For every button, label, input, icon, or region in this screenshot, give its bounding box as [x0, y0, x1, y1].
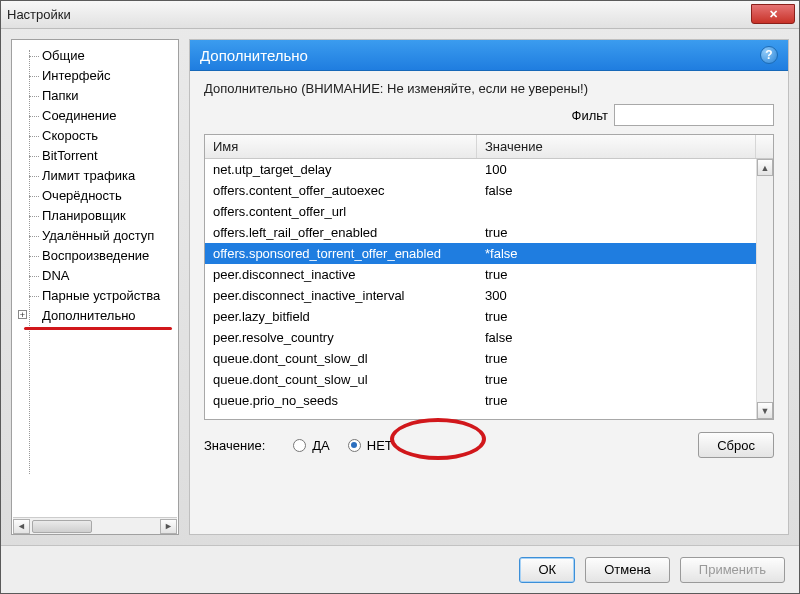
cell-value: true: [477, 225, 756, 240]
tree-item-label: BitTorrent: [42, 148, 98, 163]
tree-item-2[interactable]: Папки: [12, 86, 178, 106]
table-row[interactable]: queue.dont_count_slow_dltrue: [205, 348, 756, 369]
scroll-left-icon[interactable]: ◄: [13, 519, 30, 534]
content-area: ОбщиеИнтерфейсПапкиСоединениеСкоростьBit…: [1, 29, 799, 545]
col-value[interactable]: Значение: [477, 135, 756, 158]
cell-name: queue.prio_no_seeds: [205, 393, 477, 408]
radio-yes[interactable]: ДА: [293, 438, 329, 453]
cell-value: false: [477, 330, 756, 345]
tree-item-3[interactable]: Соединение: [12, 106, 178, 126]
cell-name: peer.resolve_country: [205, 330, 477, 345]
panel-body: Дополнительно (ВНИМАНИЕ: Не изменяйте, е…: [190, 71, 788, 534]
tree-item-label: Соединение: [42, 108, 117, 123]
cell-name: peer.disconnect_inactive: [205, 267, 477, 282]
value-editor-row: Значение: ДА НЕТ Сброс: [204, 428, 774, 458]
help-icon[interactable]: ?: [760, 46, 778, 64]
scrollbar-thumb[interactable]: [32, 520, 92, 533]
table-row[interactable]: net.utp_target_delay100: [205, 159, 756, 180]
settings-table: Имя Значение net.utp_target_delay100offe…: [204, 134, 774, 420]
cell-name: queue.dont_count_slow_dl: [205, 351, 477, 366]
category-tree[interactable]: ОбщиеИнтерфейсПапкиСоединениеСкоростьBit…: [11, 39, 179, 535]
col-name[interactable]: Имя: [205, 135, 477, 158]
table-row[interactable]: peer.lazy_bitfieldtrue: [205, 306, 756, 327]
tree-item-label: DNA: [42, 268, 69, 283]
tree-item-6[interactable]: Лимит трафика: [12, 166, 178, 186]
cell-name: queue.dont_count_slow_ul: [205, 372, 477, 387]
table-row[interactable]: peer.disconnect_inactivetrue: [205, 264, 756, 285]
close-button[interactable]: ✕: [751, 4, 795, 24]
tree-item-label: Дополнительно: [42, 308, 136, 323]
window-title: Настройки: [7, 7, 71, 22]
cell-name: peer.lazy_bitfield: [205, 309, 477, 324]
tree-item-1[interactable]: Интерфейс: [12, 66, 178, 86]
filter-label: Фильт: [572, 108, 608, 123]
tree-item-0[interactable]: Общие: [12, 46, 178, 66]
tree-item-label: Планировщик: [42, 208, 126, 223]
tree-item-label: Очерёдность: [42, 188, 122, 203]
cell-value: 100: [477, 162, 756, 177]
cell-name: peer.disconnect_inactive_interval: [205, 288, 477, 303]
tree-item-label: Интерфейс: [42, 68, 110, 83]
tree-item-label: Папки: [42, 88, 79, 103]
radio-no[interactable]: НЕТ: [348, 438, 393, 453]
table-row[interactable]: offers.left_rail_offer_enabledtrue: [205, 222, 756, 243]
annotation-circle: [390, 418, 486, 460]
warning-text: Дополнительно (ВНИМАНИЕ: Не изменяйте, е…: [204, 81, 774, 96]
filter-row: Фильт: [204, 104, 774, 126]
value-label: Значение:: [204, 438, 265, 453]
tree-item-11[interactable]: DNA: [12, 266, 178, 286]
table-row[interactable]: queue.prio_no_seedstrue: [205, 390, 756, 411]
cell-name: offers.sponsored_torrent_offer_enabled: [205, 246, 477, 261]
titlebar[interactable]: Настройки ✕: [1, 1, 799, 29]
tree-item-9[interactable]: Удалённый доступ: [12, 226, 178, 246]
cell-value: true: [477, 351, 756, 366]
table-row[interactable]: offers.content_offer_autoexecfalse: [205, 180, 756, 201]
table-row[interactable]: peer.disconnect_inactive_interval300: [205, 285, 756, 306]
cell-name: offers.left_rail_offer_enabled: [205, 225, 477, 240]
cell-name: net.utp_target_delay: [205, 162, 477, 177]
table-v-scrollbar[interactable]: ▲ ▼: [756, 159, 773, 419]
tree-item-label: Воспроизведение: [42, 248, 149, 263]
close-icon: ✕: [769, 8, 778, 21]
cell-value: true: [477, 372, 756, 387]
dialog-button-bar: ОК Отмена Применить: [1, 545, 799, 593]
scroll-right-icon[interactable]: ►: [160, 519, 177, 534]
cancel-button[interactable]: Отмена: [585, 557, 670, 583]
radio-no-label: НЕТ: [367, 438, 393, 453]
table-row[interactable]: offers.sponsored_torrent_offer_enabled*f…: [205, 243, 756, 264]
ok-button[interactable]: ОК: [519, 557, 575, 583]
tree-item-label: Парные устройства: [42, 288, 160, 303]
radio-icon: [348, 439, 361, 452]
panel-title: Дополнительно: [200, 47, 308, 64]
panel-header: Дополнительно ?: [190, 40, 788, 71]
tree-item-10[interactable]: Воспроизведение: [12, 246, 178, 266]
table-header: Имя Значение: [205, 135, 773, 159]
tree-item-7[interactable]: Очерёдность: [12, 186, 178, 206]
table-row[interactable]: queue.dont_count_slow_ultrue: [205, 369, 756, 390]
tree-item-5[interactable]: BitTorrent: [12, 146, 178, 166]
radio-icon: [293, 439, 306, 452]
expand-icon[interactable]: +: [18, 310, 27, 319]
tree-item-label: Лимит трафика: [42, 168, 135, 183]
tree-item-12[interactable]: Парные устройства: [12, 286, 178, 306]
table-row[interactable]: peer.resolve_countryfalse: [205, 327, 756, 348]
tree-h-scrollbar[interactable]: ◄ ►: [13, 517, 177, 534]
scroll-up-icon[interactable]: ▲: [757, 159, 773, 176]
cell-name: offers.content_offer_url: [205, 204, 477, 219]
col-scroll-spacer: [756, 135, 773, 158]
tree-item-4[interactable]: Скорость: [12, 126, 178, 146]
table-body: net.utp_target_delay100offers.content_of…: [205, 159, 773, 419]
reset-button[interactable]: Сброс: [698, 432, 774, 458]
tree-item-8[interactable]: Планировщик: [12, 206, 178, 226]
annotation-underline: [24, 327, 172, 330]
radio-yes-label: ДА: [312, 438, 329, 453]
scroll-down-icon[interactable]: ▼: [757, 402, 773, 419]
apply-button[interactable]: Применить: [680, 557, 785, 583]
scrollbar-track[interactable]: [757, 176, 773, 402]
tree-item-13[interactable]: +Дополнительно: [12, 306, 178, 326]
cell-name: offers.content_offer_autoexec: [205, 183, 477, 198]
table-row[interactable]: offers.content_offer_url: [205, 201, 756, 222]
tree-item-label: Скорость: [42, 128, 98, 143]
cell-value: true: [477, 309, 756, 324]
filter-input[interactable]: [614, 104, 774, 126]
